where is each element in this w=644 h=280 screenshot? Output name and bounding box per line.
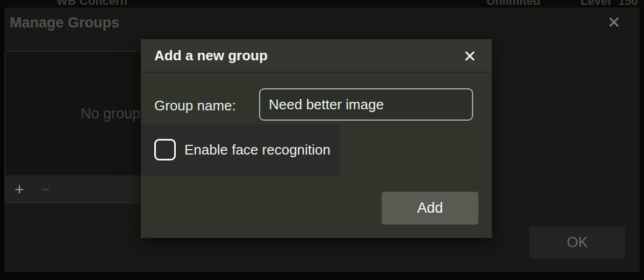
add-button[interactable]: Add bbox=[382, 192, 478, 225]
ok-button[interactable]: OK bbox=[529, 226, 625, 258]
screenshot-root: WB Concern Unlimited Level 150 Manage Gr… bbox=[0, 0, 644, 280]
group-name-label: Group name: bbox=[154, 97, 236, 114]
remnant-text: Level bbox=[581, 0, 611, 8]
add-group-modal: Add a new group ✕ Group name: Enable fac… bbox=[141, 39, 492, 238]
remove-group-icon[interactable]: − bbox=[35, 176, 56, 203]
background-window-remnant-strip: WB Concern Unlimited Level 150 bbox=[0, 0, 644, 8]
face-recognition-panel: Enable face recognition bbox=[141, 124, 340, 176]
empty-list-message: No group bbox=[81, 106, 140, 122]
face-recognition-checkbox[interactable] bbox=[154, 139, 176, 160]
close-icon[interactable]: ✕ bbox=[459, 45, 481, 68]
add-group-icon[interactable]: + bbox=[9, 176, 30, 203]
group-name-input[interactable] bbox=[259, 88, 473, 121]
modal-header: Add a new group ✕ bbox=[141, 39, 492, 73]
face-recognition-label[interactable]: Enable face recognition bbox=[184, 142, 331, 158]
remnant-text: 150 bbox=[618, 0, 638, 8]
dialog-title: Manage Groups bbox=[10, 15, 119, 31]
close-icon[interactable]: ✕ bbox=[603, 12, 625, 33]
remnant-text: WB Concern bbox=[56, 0, 127, 8]
remnant-text: Unlimited bbox=[486, 0, 540, 8]
modal-title: Add a new group bbox=[154, 47, 268, 64]
